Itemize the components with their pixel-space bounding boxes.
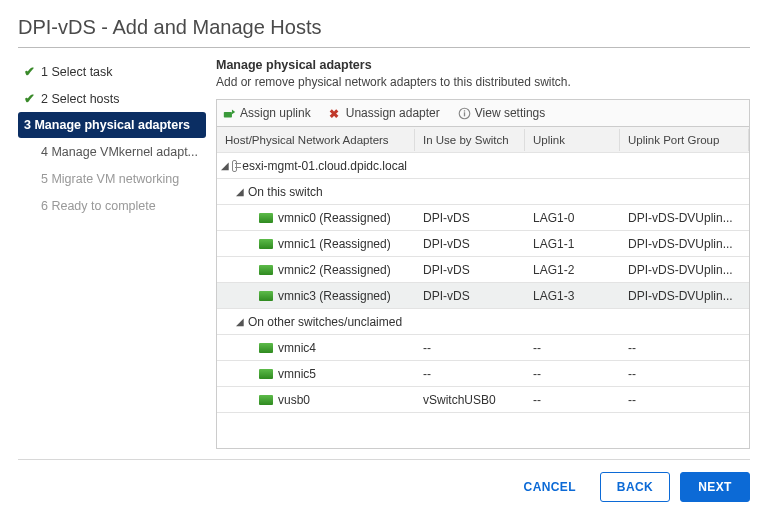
collapse-icon[interactable]: ◢ bbox=[235, 186, 245, 197]
cell-portgroup: -- bbox=[620, 336, 749, 360]
nic-name: vmnic1 (Reassigned) bbox=[278, 237, 391, 251]
cancel-button[interactable]: CANCEL bbox=[510, 472, 590, 502]
adapter-toolbar: Assign uplink ✖ Unassign adapter View se… bbox=[216, 99, 750, 126]
svg-rect-3 bbox=[464, 110, 465, 111]
grid-body[interactable]: ◢ esxi-mgmt-01.cloud.dpidc.local ◢ On th… bbox=[217, 153, 749, 448]
assign-uplink-button[interactable]: Assign uplink bbox=[223, 106, 311, 120]
nic-name: vmnic0 (Reassigned) bbox=[278, 211, 391, 225]
table-row[interactable]: vmnic0 (Reassigned) DPI-vDS LAG1-0 DPI-v… bbox=[217, 205, 749, 231]
cell-uplink: -- bbox=[525, 362, 620, 386]
table-row[interactable]: vmnic5 -- -- -- bbox=[217, 361, 749, 387]
info-icon bbox=[458, 107, 471, 120]
host-name: esxi-mgmt-01.cloud.dpidc.local bbox=[242, 159, 407, 173]
cell-uplink: -- bbox=[525, 388, 620, 412]
collapse-icon[interactable]: ◢ bbox=[221, 160, 229, 171]
check-icon: ✔ bbox=[24, 64, 35, 79]
cell-portgroup: DPI-vDS-DVUplin... bbox=[620, 284, 749, 308]
cell-switch: DPI-vDS bbox=[415, 284, 525, 308]
cell-uplink: -- bbox=[525, 336, 620, 360]
cell-switch: -- bbox=[415, 336, 525, 360]
table-row[interactable]: vmnic1 (Reassigned) DPI-vDS LAG1-1 DPI-v… bbox=[217, 231, 749, 257]
dialog-body: ✔ 1 Select task ✔ 2 Select hosts ✔ 3 Man… bbox=[18, 48, 750, 449]
step-label: 3 Manage physical adapters bbox=[24, 118, 190, 132]
step-label: 2 Select hosts bbox=[41, 92, 120, 106]
grid-header-row: Host/Physical Network Adapters In Use by… bbox=[217, 127, 749, 153]
group-on-this-switch[interactable]: ◢ On this switch bbox=[217, 179, 749, 205]
step-4-manage-vmkernel[interactable]: ✔ 4 Manage VMkernel adapt... bbox=[18, 138, 206, 165]
cell-switch: DPI-vDS bbox=[415, 258, 525, 282]
col-in-use-by-switch[interactable]: In Use by Switch bbox=[415, 129, 525, 151]
step-6-ready-to-complete: ✔ 6 Ready to complete bbox=[18, 192, 206, 219]
table-row[interactable]: vmnic4 -- -- -- bbox=[217, 335, 749, 361]
view-settings-button[interactable]: View settings bbox=[458, 106, 545, 120]
cell-switch: vSwitchUSB0 bbox=[415, 388, 525, 412]
host-row[interactable]: ◢ esxi-mgmt-01.cloud.dpidc.local bbox=[217, 153, 749, 179]
nic-icon bbox=[259, 213, 273, 223]
step-label: 5 Migrate VM networking bbox=[41, 172, 179, 186]
assign-icon bbox=[223, 107, 236, 120]
step-label: 4 Manage VMkernel adapt... bbox=[41, 145, 198, 159]
nic-icon bbox=[259, 369, 273, 379]
step-label: 6 Ready to complete bbox=[41, 199, 156, 213]
cell-switch: DPI-vDS bbox=[415, 206, 525, 230]
wizard-dialog: DPI-vDS - Add and Manage Hosts ✔ 1 Selec… bbox=[0, 0, 768, 516]
nic-name: vmnic5 bbox=[278, 367, 316, 381]
cell-uplink: LAG1-2 bbox=[525, 258, 620, 282]
cell-portgroup: DPI-vDS-DVUplin... bbox=[620, 232, 749, 256]
cell-uplink: LAG1-1 bbox=[525, 232, 620, 256]
nic-name: vmnic3 (Reassigned) bbox=[278, 289, 391, 303]
cell-portgroup: -- bbox=[620, 388, 749, 412]
cell-switch: -- bbox=[415, 362, 525, 386]
step-label: 1 Select task bbox=[41, 65, 113, 79]
next-button[interactable]: NEXT bbox=[680, 472, 750, 502]
nic-icon bbox=[259, 265, 273, 275]
nic-icon bbox=[259, 239, 273, 249]
nic-name: vmnic2 (Reassigned) bbox=[278, 263, 391, 277]
group-label: On other switches/unclaimed bbox=[248, 315, 402, 329]
main-panel: Manage physical adapters Add or remove p… bbox=[216, 58, 750, 449]
dialog-footer: CANCEL BACK NEXT bbox=[18, 459, 750, 502]
svg-rect-0 bbox=[224, 111, 232, 117]
nic-icon bbox=[259, 343, 273, 353]
table-row[interactable]: vusb0 vSwitchUSB0 -- -- bbox=[217, 387, 749, 413]
unassign-label: Unassign adapter bbox=[346, 106, 440, 120]
panel-subheading: Add or remove physical network adapters … bbox=[216, 75, 750, 89]
back-button[interactable]: BACK bbox=[600, 472, 670, 502]
cell-portgroup: DPI-vDS-DVUplin... bbox=[620, 258, 749, 282]
cell-portgroup: -- bbox=[620, 362, 749, 386]
table-row[interactable]: vmnic3 (Reassigned) DPI-vDS LAG1-3 DPI-v… bbox=[217, 283, 749, 309]
step-2-select-hosts[interactable]: ✔ 2 Select hosts bbox=[18, 85, 206, 112]
collapse-icon[interactable]: ◢ bbox=[235, 316, 245, 327]
table-row[interactable]: vmnic2 (Reassigned) DPI-vDS LAG1-2 DPI-v… bbox=[217, 257, 749, 283]
svg-rect-2 bbox=[464, 112, 465, 116]
wizard-steps-sidebar: ✔ 1 Select task ✔ 2 Select hosts ✔ 3 Man… bbox=[18, 58, 216, 449]
panel-heading: Manage physical adapters bbox=[216, 58, 750, 72]
adapters-grid: Host/Physical Network Adapters In Use by… bbox=[216, 126, 750, 449]
step-5-migrate-vm-networking: ✔ 5 Migrate VM networking bbox=[18, 165, 206, 192]
nic-icon bbox=[259, 395, 273, 405]
step-1-select-task[interactable]: ✔ 1 Select task bbox=[18, 58, 206, 85]
group-other-switches[interactable]: ◢ On other switches/unclaimed bbox=[217, 309, 749, 335]
assign-label: Assign uplink bbox=[240, 106, 311, 120]
unassign-icon: ✖ bbox=[329, 107, 342, 120]
col-host-adapter[interactable]: Host/Physical Network Adapters bbox=[217, 129, 415, 151]
check-icon: ✔ bbox=[24, 91, 35, 106]
nic-name: vmnic4 bbox=[278, 341, 316, 355]
col-uplink[interactable]: Uplink bbox=[525, 129, 620, 151]
view-label: View settings bbox=[475, 106, 545, 120]
col-uplink-port-group[interactable]: Uplink Port Group bbox=[620, 129, 749, 151]
cell-portgroup: DPI-vDS-DVUplin... bbox=[620, 206, 749, 230]
cell-switch: DPI-vDS bbox=[415, 232, 525, 256]
host-icon bbox=[232, 160, 237, 172]
dialog-title: DPI-vDS - Add and Manage Hosts bbox=[18, 16, 750, 48]
cell-uplink: LAG1-0 bbox=[525, 206, 620, 230]
nic-name: vusb0 bbox=[278, 393, 310, 407]
step-3-manage-physical-adapters[interactable]: ✔ 3 Manage physical adapters bbox=[18, 112, 206, 138]
group-label: On this switch bbox=[248, 185, 323, 199]
unassign-adapter-button[interactable]: ✖ Unassign adapter bbox=[329, 106, 440, 120]
nic-icon bbox=[259, 291, 273, 301]
cell-uplink: LAG1-3 bbox=[525, 284, 620, 308]
